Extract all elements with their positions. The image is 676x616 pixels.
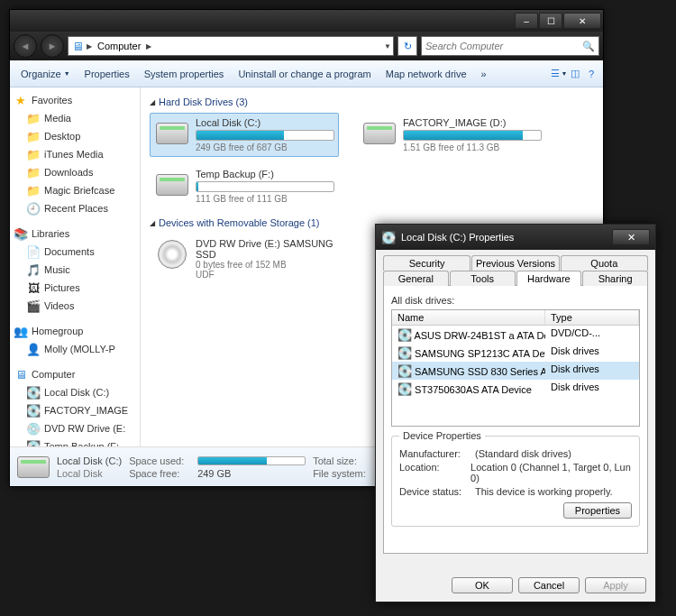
drive-free: 111 GB free of 111 GB (196, 194, 334, 204)
drive-item[interactable]: FACTORY_IMAGE (D:)1.51 GB free of 11.3 G… (357, 113, 546, 157)
manufacturer-label: Manufacturer: (399, 448, 471, 459)
drive-listview[interactable]: Name Type 💽 ASUS DRW-24B1ST a ATA Device… (391, 309, 640, 427)
listview-row[interactable]: 💽 ASUS DRW-24B1ST a ATA DeviceDVD/CD-... (392, 326, 639, 344)
sidebar-item-itunes[interactable]: 📁iTunes Media (10, 145, 140, 163)
collapse-icon[interactable]: ◢ (150, 219, 155, 227)
status-size-label: Total size: (313, 455, 376, 466)
sidebar-favorites: ★Favorites 📁Media 📁Desktop 📁iTunes Media… (10, 91, 140, 217)
listview-row[interactable]: 💽 ST3750630AS ATA DeviceDisk drives (392, 380, 639, 398)
ok-button[interactable]: OK (452, 577, 513, 593)
forward-button[interactable]: ► (41, 34, 64, 58)
row-type: Disk drives (545, 345, 639, 361)
videos-icon: 🎬 (26, 299, 41, 313)
breadcrumb-computer[interactable]: Computer (94, 40, 144, 52)
cancel-button[interactable]: Cancel (518, 577, 580, 593)
drive-icon: 💽 (397, 327, 412, 342)
chevron-right-icon[interactable]: ▶ (87, 42, 92, 51)
tab-quota[interactable]: Quota (561, 255, 648, 271)
dialog-titlebar: 💽 Local Disk (C:) Properties ✕ (376, 225, 655, 250)
drive-item[interactable]: Local Disk (C:)249 GB free of 687 GB (150, 113, 339, 157)
sidebar-computer-header[interactable]: 🖥Computer (10, 365, 140, 383)
sidebar-item-media[interactable]: 📁Media (10, 109, 140, 127)
close-button[interactable]: ✕ (563, 13, 601, 29)
sidebar-item-molly[interactable]: 👤Molly (MOLLY-P (10, 340, 140, 358)
search-icon[interactable]: 🔍 (582, 41, 595, 52)
folder-icon: 📁 (26, 111, 41, 125)
col-name[interactable]: Name (392, 310, 545, 325)
uninstall-button[interactable]: Uninstall or change a program (231, 65, 378, 83)
group-hdd[interactable]: ◢Hard Disk Drives (3) (150, 97, 594, 107)
row-name: 💽 ST3750630AS ATA Device (392, 381, 545, 397)
homegroup-icon: 👥 (14, 324, 28, 338)
drive-item[interactable]: DVD RW Drive (E:) SAMSUNG SSD0 bytes fre… (150, 234, 339, 284)
toolbar-overflow[interactable]: » (474, 65, 494, 83)
sidebar: ★Favorites 📁Media 📁Desktop 📁iTunes Media… (10, 87, 141, 446)
sidebar-item-temp[interactable]: 💽Temp Backup (F: (10, 437, 140, 446)
sidebar-libraries-header[interactable]: 📚Libraries (10, 225, 140, 243)
drive-subtype: UDF (196, 270, 334, 280)
sidebar-item-factory[interactable]: 💽FACTORY_IMAGE (10, 401, 140, 419)
tabs: Security Previous Versions Quota General… (383, 255, 648, 554)
sidebar-homegroup-header[interactable]: 👥Homegroup (10, 322, 140, 340)
help-icon[interactable]: ? (583, 66, 599, 82)
status-value: This device is working properly. (475, 486, 613, 497)
drive-name: FACTORY_IMAGE (D:) (403, 117, 542, 128)
properties-button[interactable]: Properties (78, 65, 137, 83)
sidebar-item-pictures[interactable]: 🖼Pictures (10, 279, 140, 297)
status-label: Device status: (399, 486, 471, 497)
recent-icon: 🕘 (26, 201, 41, 216)
map-drive-button[interactable]: Map network drive (379, 65, 474, 83)
toolbar: Organize▼ Properties System properties U… (10, 60, 603, 87)
sidebar-item-documents[interactable]: 📄Documents (10, 243, 140, 261)
tab-tools[interactable]: Tools (450, 271, 516, 286)
capacity-bar (403, 130, 542, 141)
organize-menu[interactable]: Organize▼ (14, 65, 78, 83)
drive-item[interactable]: Temp Backup (F:)111 GB free of 111 GB (150, 164, 339, 208)
chevron-right-icon[interactable]: ▶ (146, 42, 151, 51)
maximize-button[interactable]: ☐ (539, 13, 562, 29)
sidebar-item-dvd[interactable]: 💿DVD RW Drive (E: (10, 419, 140, 437)
drive-icon: 💽 (397, 363, 412, 378)
tab-security[interactable]: Security (383, 255, 470, 271)
sidebar-item-briefcase[interactable]: 📁Magic Briefcase (10, 181, 140, 199)
sidebar-homegroup: 👥Homegroup 👤Molly (MOLLY-P (10, 322, 140, 358)
view-options-icon[interactable]: ☰ ▼ (551, 66, 567, 82)
listview-row[interactable]: 💽 SAMSUNG SP1213C ATA DeviceDisk drives (392, 344, 639, 362)
titlebar: – ☐ ✕ (10, 10, 603, 32)
refresh-button[interactable]: ↻ (397, 36, 417, 56)
device-properties-button[interactable]: Properties (563, 502, 632, 519)
tab-hardware[interactable]: Hardware (516, 271, 582, 286)
system-properties-button[interactable]: System properties (137, 65, 232, 83)
apply-button[interactable]: Apply (585, 577, 646, 593)
col-type[interactable]: Type (545, 310, 639, 325)
address-dropdown-icon[interactable]: ▼ (384, 42, 391, 51)
preview-pane-icon[interactable]: ◫ (567, 66, 583, 82)
minimize-button[interactable]: – (515, 13, 538, 29)
hdd-icon (361, 117, 397, 150)
group-legend: Device Properties (399, 430, 485, 441)
sidebar-item-videos[interactable]: 🎬Videos (10, 297, 140, 315)
status-free-value: 249 GB (197, 468, 231, 479)
collapse-icon[interactable]: ◢ (150, 98, 155, 106)
address-bar[interactable]: 🖥 ▶ Computer ▶ ▼ (68, 36, 394, 56)
row-type: Disk drives (545, 363, 639, 379)
sidebar-item-music[interactable]: 🎵Music (10, 261, 140, 279)
drive-free: 249 GB free of 687 GB (196, 143, 334, 152)
sidebar-favorites-header[interactable]: ★Favorites (10, 91, 140, 109)
dialog-close-button[interactable]: ✕ (612, 229, 650, 245)
sidebar-item-desktop[interactable]: 📁Desktop (10, 127, 140, 145)
sidebar-item-recent[interactable]: 🕘Recent Places (10, 199, 140, 217)
drive-icon: 💽 (381, 230, 396, 244)
listview-row[interactable]: 💽 SAMSUNG SSD 830 Series ATA DeviceDisk … (392, 362, 639, 380)
sidebar-computer: 🖥Computer 💽Local Disk (C:) 💽FACTORY_IMAG… (10, 365, 140, 446)
status-type: Local Disk (57, 468, 122, 479)
tab-previous-versions[interactable]: Previous Versions (471, 255, 559, 271)
tab-sharing[interactable]: Sharing (582, 271, 648, 286)
tab-general[interactable]: General (383, 271, 449, 286)
sidebar-item-localdisk[interactable]: 💽Local Disk (C:) (10, 383, 140, 401)
sidebar-libraries: 📚Libraries 📄Documents 🎵Music 🖼Pictures 🎬… (10, 225, 140, 315)
back-button[interactable]: ◄ (14, 34, 37, 58)
search-input[interactable] (425, 41, 582, 51)
search-box[interactable]: 🔍 (421, 36, 599, 56)
sidebar-item-downloads[interactable]: 📁Downloads (10, 163, 140, 181)
